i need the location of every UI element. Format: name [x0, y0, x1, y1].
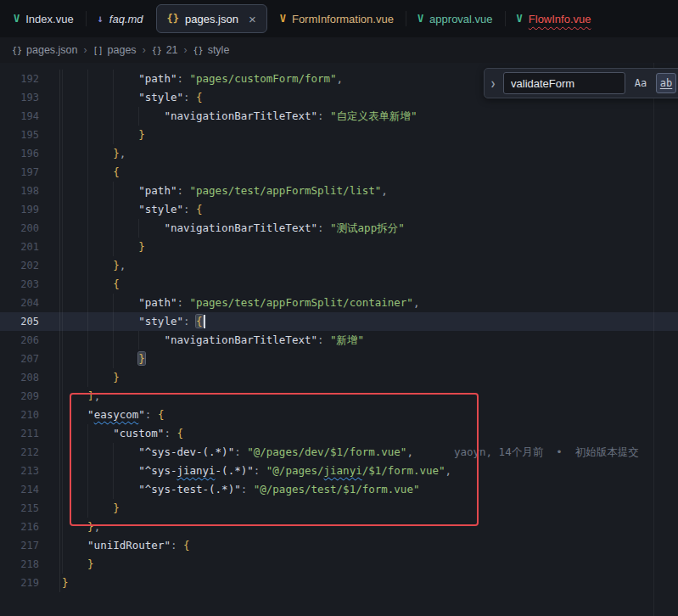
tab-approval-vue[interactable]: Vapproval.vue: [406, 4, 504, 33]
vue-icon: V: [14, 13, 20, 25]
indent-guide: [113, 88, 138, 107]
code-line[interactable]: 200"navigationBarTitleText": "测试app拆分": [0, 219, 678, 238]
array-brackets-icon: []: [93, 46, 104, 55]
code-line[interactable]: 215}: [0, 499, 678, 518]
code-line[interactable]: 207}: [0, 350, 678, 368]
code-text: "custom": {: [59, 424, 183, 443]
line-number: 192: [0, 70, 39, 88]
tab-index-vue[interactable]: VIndex.vue: [3, 4, 85, 33]
find-input[interactable]: [503, 72, 625, 94]
indent-guide: [138, 219, 164, 238]
markdown-icon: ↓: [98, 13, 104, 25]
line-number: 216: [0, 518, 39, 536]
line-number: 202: [0, 256, 39, 275]
code-text: }: [59, 574, 69, 592]
line-number: 212: [0, 443, 39, 462]
code-text: },: [59, 256, 126, 275]
code-line[interactable]: 204"path": "pages/test/appFormSplit/cont…: [0, 294, 678, 312]
code-lines: 192"path": "pages/customForm/form",193"s…: [0, 70, 678, 592]
vue-icon: V: [517, 13, 523, 25]
breadcrumb-label: 21: [166, 44, 178, 56]
code-line[interactable]: 194"navigationBarTitleText": "自定义表单新增": [0, 107, 678, 126]
code-line[interactable]: 199"style": {: [0, 200, 678, 219]
code-line[interactable]: 208}: [0, 368, 678, 387]
indent-guide: [62, 88, 87, 107]
tab-forminformation-vue[interactable]: VFormInformation.vue: [269, 4, 405, 33]
indent-guide: [113, 70, 138, 88]
indent-guide: [62, 275, 87, 294]
code-line[interactable]: 205"style": {: [0, 312, 678, 331]
line-number: 208: [0, 368, 39, 387]
breadcrumb-item-21[interactable]: {}21: [152, 44, 178, 56]
line-number: 209: [0, 387, 39, 406]
indent-guide: [87, 443, 113, 462]
code-line[interactable]: 206"navigationBarTitleText": "新增": [0, 331, 678, 350]
code-line[interactable]: 212"^sys-dev-(.*)": "@/pages/dev/$1/form…: [0, 443, 678, 462]
line-number: 203: [0, 275, 39, 294]
tab-label: FlowInfo.vue: [529, 13, 591, 25]
tab-faq-md[interactable]: ↓faq.md: [87, 4, 154, 33]
tab-bar: VIndex.vue↓faq.md{}pages.json×VFormInfor…: [0, 0, 678, 37]
line-number: 194: [0, 107, 39, 126]
indent-guide: [138, 107, 164, 126]
vscode-window: VIndex.vue↓faq.md{}pages.json×VFormInfor…: [0, 0, 678, 616]
indent-guide: [62, 70, 87, 88]
code-line[interactable]: 197{: [0, 163, 678, 182]
code-text: ],: [59, 387, 100, 406]
breadcrumb-label: style: [208, 44, 230, 56]
object-braces-icon: {}: [12, 46, 22, 55]
code-line[interactable]: 217"uniIdRouter": {: [0, 536, 678, 555]
code-text: "path": "pages/test/appFormSplit/list",: [59, 182, 388, 200]
code-line[interactable]: 196},: [0, 144, 678, 163]
code-line[interactable]: 218}: [0, 555, 678, 574]
match-case-toggle[interactable]: Aa: [630, 73, 651, 93]
line-number: 195: [0, 126, 39, 144]
code-text: "style": {: [59, 312, 205, 331]
git-blame-annotation: yaoyn, 14个月前 • 初始版本提交: [454, 445, 639, 458]
close-tab-icon[interactable]: ×: [249, 13, 256, 25]
indent-guide: [62, 163, 87, 182]
indent-guide: [62, 518, 87, 536]
indent-guide: [62, 312, 87, 331]
tab-label: pages.json: [185, 13, 238, 25]
code-line[interactable]: 213"^sys-jianyi-(.*)": "@/pages/jianyi/$…: [0, 462, 678, 480]
line-number: 215: [0, 499, 39, 518]
indent-guide: [62, 536, 87, 555]
indent-guide: [113, 182, 138, 200]
line-number: 196: [0, 144, 39, 163]
code-line[interactable]: 201}: [0, 238, 678, 256]
code-text: }: [59, 555, 94, 574]
indent-guide: [87, 350, 113, 368]
indent-guide: [113, 238, 138, 256]
code-text: "easycom": {: [59, 406, 164, 424]
find-expand-chevron-icon[interactable]: ❯: [488, 79, 498, 88]
code-line[interactable]: 211"custom": {: [0, 424, 678, 443]
indent-guide: [62, 200, 87, 219]
code-text: }: [59, 350, 145, 368]
code-text: "navigationBarTitleText": "新增": [59, 331, 364, 350]
code-line[interactable]: 202},: [0, 256, 678, 275]
tab-pages-json[interactable]: {}pages.json×: [156, 4, 267, 33]
code-line[interactable]: 210"easycom": {: [0, 406, 678, 424]
code-line[interactable]: 219}: [0, 574, 678, 592]
breadcrumb-item-pages[interactable]: []pages: [93, 44, 137, 56]
breadcrumb-item-style[interactable]: {}style: [193, 44, 230, 56]
tab-flowinfo-vue[interactable]: VFlowInfo.vue: [506, 4, 602, 33]
code-text: {: [59, 275, 120, 294]
code-line[interactable]: 195}: [0, 126, 678, 144]
breadcrumb-item-pages-json[interactable]: {}pages.json: [12, 44, 78, 56]
line-number: 219: [0, 574, 39, 592]
code-line[interactable]: 214"^sys-test-(.*)": "@/pages/test/$1/fo…: [0, 480, 678, 499]
breadcrumb-label: pages: [108, 44, 137, 56]
code-text: "style": {: [59, 88, 203, 107]
code-line[interactable]: 216},: [0, 518, 678, 536]
indent-guide: [87, 219, 113, 238]
code-line[interactable]: 203{: [0, 275, 678, 294]
indent-guide: [113, 200, 138, 219]
code-line[interactable]: 209],: [0, 387, 678, 406]
line-number: 193: [0, 88, 39, 107]
line-number: 201: [0, 238, 39, 256]
vue-icon: V: [417, 13, 423, 25]
whole-word-toggle[interactable]: ab: [656, 73, 676, 93]
code-line[interactable]: 198"path": "pages/test/appFormSplit/list…: [0, 182, 678, 200]
